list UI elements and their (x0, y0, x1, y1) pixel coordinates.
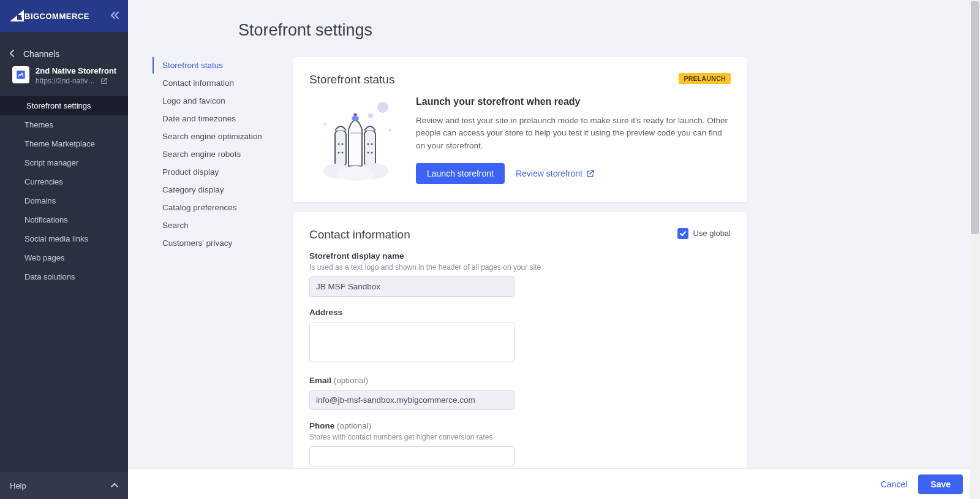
sidebar-item-label: Themes (24, 120, 53, 129)
secnav-item-product-display[interactable]: Product display (153, 164, 281, 180)
chevron-up-icon (111, 481, 118, 490)
address-textarea[interactable] (309, 322, 514, 362)
svg-point-6 (338, 143, 340, 145)
launch-storefront-button[interactable]: Launch storefront (416, 163, 505, 184)
secnav-item-customers-privacy[interactable]: Customers' privacy (153, 235, 281, 251)
secnav-item-label: Date and timezones (162, 114, 236, 123)
sidebar-item-storefront-settings[interactable]: Storefront settings (0, 96, 128, 115)
sidebar-item-script-manager[interactable]: Script manager (0, 153, 128, 172)
secnav-item-category-display[interactable]: Category display (153, 181, 281, 198)
sidebar-item-data-solutions[interactable]: Data solutions (0, 267, 128, 286)
sidebar-footer[interactable]: Help (0, 472, 128, 499)
sidebar-item-currencies[interactable]: Currencies (0, 172, 128, 191)
secnav-item-label: Product display (162, 167, 219, 177)
svg-point-12 (371, 143, 373, 145)
secnav-item-label: Search engine robots (162, 150, 241, 159)
collapse-sidebar-icon[interactable] (110, 11, 119, 21)
svg-rect-17 (350, 132, 361, 134)
svg-point-1 (377, 102, 388, 113)
logo-icon (9, 10, 24, 22)
external-link-icon (586, 169, 595, 178)
contact-card-title: Contact information (309, 228, 410, 242)
svg-point-16 (353, 113, 357, 116)
sidebar-item-label: Script manager (24, 158, 78, 167)
display-name-input[interactable] (309, 276, 514, 297)
check-icon (679, 230, 687, 237)
store-name: 2nd Native Storefront (36, 66, 116, 75)
scrollbar-thumb[interactable] (971, 1, 979, 234)
page-title: Storefront settings (238, 21, 956, 40)
chevron-left-icon (10, 50, 15, 59)
svg-rect-5 (335, 131, 346, 166)
phone-label: Phone (optional) (309, 421, 731, 430)
logo[interactable]: BIGCOMMERCE (9, 10, 89, 22)
scrollbar[interactable] (970, 0, 980, 499)
sidebar-item-notifications[interactable]: Notifications (0, 210, 128, 229)
store-block[interactable]: 2nd Native Storefront https://2nd-native… (0, 66, 128, 94)
use-global-checkbox[interactable] (677, 228, 688, 239)
cancel-link[interactable]: Cancel (881, 479, 908, 489)
email-optional: (optional) (334, 376, 368, 385)
sidebar-item-label: Web pages (24, 253, 65, 262)
sidebar-item-label: Domains (24, 196, 56, 205)
brand-name: BIGCOMMERCE (24, 12, 89, 21)
secnav-item-label: Customers' privacy (162, 238, 232, 248)
svg-point-15 (352, 116, 359, 121)
review-storefront-link[interactable]: Review storefront (516, 169, 595, 178)
sidebar-item-label: Currencies (24, 177, 63, 186)
email-label: Email (optional) (309, 376, 731, 385)
email-input[interactable] (309, 390, 514, 410)
sidebar-item-label: Social media links (24, 234, 88, 243)
secnav-item-label: Category display (162, 185, 224, 194)
display-name-help: Is used as a text logo and shown in the … (309, 263, 731, 272)
secnav-item-contact-information[interactable]: Contact information (153, 75, 281, 91)
contact-information-card: Contact information Use global Storefron… (293, 212, 747, 487)
secnav-item-robots[interactable]: Search engine robots (153, 146, 281, 162)
main-content: Storefront settings Storefront status Co… (128, 0, 980, 499)
svg-point-11 (368, 143, 369, 145)
sidebar-item-domains[interactable]: Domains (0, 191, 128, 210)
display-name-group: Storefront display name Is used as a tex… (309, 251, 731, 297)
display-name-label: Storefront display name (309, 251, 731, 261)
sidebar-item-social-media-links[interactable]: Social media links (0, 229, 128, 248)
help-label: Help (10, 481, 26, 490)
status-heading: Launch your storefront when ready (416, 96, 731, 107)
secnav-item-search[interactable]: Search (153, 217, 281, 234)
svg-point-9 (342, 152, 344, 154)
sidebar-item-themes[interactable]: Themes (0, 115, 128, 134)
address-label: Address (309, 308, 731, 317)
svg-point-20 (337, 166, 374, 181)
svg-rect-10 (364, 131, 375, 166)
svg-point-8 (338, 152, 340, 154)
secnav-item-seo[interactable]: Search engine optimization (153, 128, 281, 145)
phone-help: Stores with contact numbers get higher c… (309, 433, 731, 441)
save-button[interactable]: Save (918, 474, 963, 494)
svg-point-7 (342, 143, 344, 145)
sidebar-item-web-pages[interactable]: Web pages (0, 248, 128, 267)
store-icon (12, 66, 29, 83)
secnav-item-catalog-preferences[interactable]: Catalog preferences (153, 199, 281, 216)
secnav-item-label: Contact information (162, 78, 234, 88)
store-text: 2nd Native Storefront https://2nd-native… (36, 66, 116, 85)
svg-point-3 (324, 123, 326, 126)
sidebar-item-label: Theme Marketplace (24, 139, 95, 148)
secnav-item-storefront-status[interactable]: Storefront status (153, 57, 281, 74)
secnav-item-logo-favicon[interactable]: Logo and favicon (153, 93, 281, 109)
secnav-item-date-timezones[interactable]: Date and timezones (153, 110, 281, 127)
address-group: Address (309, 308, 731, 365)
sidebar-back-row[interactable]: Channels (0, 32, 128, 66)
email-label-text: Email (309, 376, 331, 385)
use-global-label: Use global (693, 229, 731, 238)
sidebar-back-label: Channels (23, 49, 59, 59)
phone-optional: (optional) (337, 421, 371, 430)
review-storefront-label: Review storefront (516, 169, 582, 178)
phone-input[interactable] (309, 446, 514, 467)
sidebar-item-theme-marketplace[interactable]: Theme Marketplace (0, 134, 128, 153)
use-global-row[interactable]: Use global (677, 228, 731, 239)
footer-bar: Cancel Save (128, 468, 980, 499)
sidebar-topbar: BIGCOMMERCE (0, 0, 128, 32)
email-group: Email (optional) (309, 376, 731, 410)
secnav-item-label: Storefront status (162, 61, 223, 70)
sidebar-item-label: Notifications (24, 215, 68, 224)
external-link-icon[interactable] (100, 77, 108, 85)
